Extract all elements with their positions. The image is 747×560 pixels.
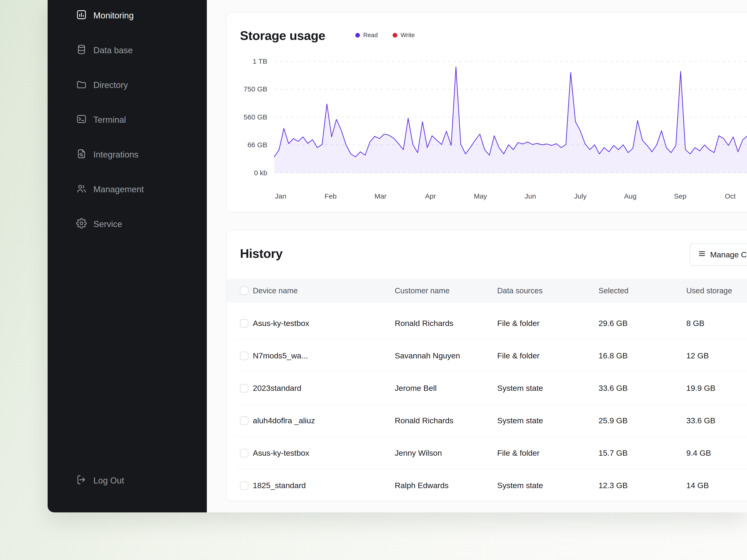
- row-checkbox[interactable]: [240, 352, 248, 360]
- sidebar-item-management[interactable]: Management: [76, 178, 198, 201]
- cell-customer: Ronald Richards: [395, 404, 453, 437]
- sidebar-item-integrations[interactable]: Integrations: [76, 143, 198, 166]
- folder-icon: [76, 79, 87, 92]
- table-row: 1825_standard Ralph Edwards System state…: [227, 469, 747, 502]
- table-row: aluh4doflra _aliuz Ronald Richards Syste…: [227, 404, 747, 437]
- desktop-backdrop: { "sidebar": { "items": [ { "label": "Mo…: [0, 0, 747, 560]
- row-checkbox[interactable]: [240, 449, 248, 457]
- column-header-device: Device name: [253, 279, 298, 303]
- read-dot-icon: [355, 33, 360, 37]
- x-tick: Sep: [662, 192, 699, 201]
- cell-customer: Jerome Bell: [395, 372, 437, 404]
- users-icon: [76, 183, 87, 196]
- legend-write: Write: [393, 31, 415, 39]
- cell-used: 8 GB: [686, 307, 704, 340]
- cell-source: File & folder: [497, 340, 539, 372]
- bar-chart-icon: [76, 9, 87, 22]
- database-icon: [76, 44, 87, 57]
- cell-selected: 16.8 GB: [598, 340, 628, 372]
- x-tick: Mar: [362, 192, 399, 201]
- x-tick: Jan: [262, 192, 299, 201]
- y-tick: 560 GB: [227, 113, 267, 121]
- sidebar-item-label: Terminal: [93, 115, 126, 125]
- y-tick: 1 TB: [227, 57, 267, 65]
- sidebar-item-label: Management: [93, 185, 144, 194]
- cell-selected: 12.3 GB: [598, 469, 628, 502]
- sidebar-item-database[interactable]: Data base: [76, 39, 198, 62]
- cell-used: 9.4 GB: [686, 437, 711, 469]
- table-row: N7mods5_wa... Savannah Nguyen File & fol…: [227, 340, 747, 372]
- cell-source: System state: [497, 404, 543, 437]
- cell-source: System state: [497, 469, 543, 502]
- x-tick: Feb: [312, 192, 349, 201]
- y-tick: 750 GB: [227, 85, 267, 93]
- terminal-icon: [76, 114, 87, 127]
- x-tick: Aug: [612, 192, 649, 201]
- table-row: 2023standard Jerome Bell System state 33…: [227, 372, 747, 404]
- x-tick: Oct: [712, 192, 747, 201]
- file-search-icon: [76, 149, 87, 161]
- cell-customer: Ronald Richards: [395, 307, 453, 340]
- row-checkbox[interactable]: [240, 319, 248, 328]
- app-window: Monitoring Data base Directory: [48, 0, 747, 512]
- row-checkbox[interactable]: [240, 384, 248, 393]
- cell-device: 1825_standard: [253, 469, 306, 502]
- row-checkbox[interactable]: [240, 481, 248, 490]
- sidebar-item-terminal[interactable]: Terminal: [76, 108, 198, 132]
- manage-columns-label: Manage C: [710, 250, 747, 259]
- read-series-area: [274, 67, 747, 173]
- logout-icon: [76, 474, 87, 487]
- storage-usage-card: Storage usage Read Write 1 TB 750 GB 560…: [226, 12, 747, 213]
- sidebar-item-directory[interactable]: Directory: [76, 74, 198, 97]
- sidebar-item-service[interactable]: Service: [76, 213, 198, 236]
- cell-device: 2023standard: [253, 372, 301, 404]
- cell-used: 33.6 GB: [686, 404, 716, 437]
- manage-columns-button[interactable]: Manage C: [690, 243, 747, 266]
- cell-selected: 15.7 GB: [598, 437, 628, 469]
- column-header-source: Data sources: [497, 279, 542, 303]
- x-tick: Apr: [412, 192, 449, 201]
- logout-label: Log Out: [93, 476, 124, 485]
- sidebar-item-label: Integrations: [93, 150, 138, 160]
- history-title: History: [240, 246, 283, 261]
- y-tick: 0 kb: [227, 169, 267, 177]
- sidebar-item-label: Monitoring: [93, 11, 134, 21]
- table-row: Asus-ky-testbox Ronald Richards File & f…: [227, 307, 747, 340]
- sidebar-item-label: Service: [93, 219, 122, 229]
- x-tick: Jun: [512, 192, 549, 201]
- sidebar-item-monitoring[interactable]: Monitoring: [76, 4, 198, 27]
- x-tick: July: [562, 192, 599, 201]
- write-dot-icon: [393, 33, 397, 37]
- cell-device: aluh4doflra _aliuz: [253, 404, 315, 437]
- cell-customer: Ralph Edwards: [395, 469, 449, 502]
- x-tick: May: [462, 192, 499, 201]
- cell-customer: Jenny Wilson: [395, 437, 442, 469]
- table-header: Device name Customer name Data sources S…: [227, 279, 747, 303]
- cell-used: 12 GB: [686, 340, 709, 372]
- cell-selected: 25.9 GB: [598, 404, 628, 437]
- sidebar: Monitoring Data base Directory: [48, 0, 207, 512]
- cell-selected: 33.6 GB: [598, 372, 628, 404]
- cell-device: Asus-ky-testbox: [253, 437, 309, 469]
- column-header-customer: Customer name: [395, 279, 449, 303]
- cell-selected: 29.6 GB: [598, 307, 628, 340]
- chart-legend: Read Write: [355, 31, 415, 39]
- cell-used: 19.9 GB: [686, 372, 716, 404]
- cell-used: 14 GB: [686, 469, 709, 502]
- read-series-line: [274, 67, 747, 157]
- sidebar-item-label: Data base: [93, 46, 133, 55]
- legend-read: Read: [355, 31, 378, 39]
- cell-device: Asus-ky-testbox: [253, 307, 309, 340]
- menu-lines-icon: [698, 250, 706, 260]
- select-all-checkbox[interactable]: [240, 287, 248, 295]
- cell-source: File & folder: [497, 307, 539, 340]
- y-tick: 66 GB: [227, 141, 267, 149]
- main-content: Storage usage Read Write 1 TB 750 GB 560…: [207, 0, 747, 512]
- row-checkbox[interactable]: [240, 417, 248, 425]
- logout-button[interactable]: Log Out: [76, 469, 198, 492]
- table-row: Asus-ky-testbox Jenny Wilson File & fold…: [227, 437, 747, 469]
- cell-source: File & folder: [497, 437, 539, 469]
- cell-device: N7mods5_wa...: [253, 340, 308, 372]
- column-header-used: Used storage: [686, 279, 732, 303]
- cell-customer: Savannah Nguyen: [395, 340, 460, 372]
